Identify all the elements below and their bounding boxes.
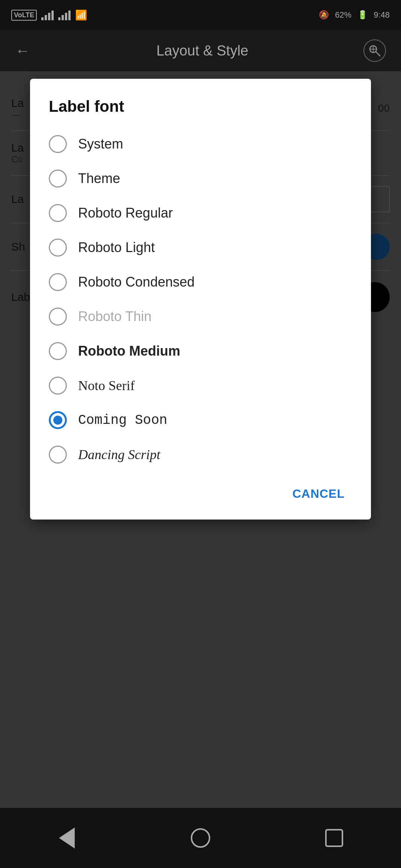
font-label-roboto-regular: Roboto Regular: [78, 205, 173, 221]
font-label-roboto-light: Roboto Light: [78, 240, 155, 255]
cancel-button[interactable]: CANCEL: [285, 483, 352, 505]
home-nav-icon: [191, 828, 210, 848]
signal-bar: [65, 13, 67, 20]
font-options-list: System Theme Roboto Regular Roboto Light…: [49, 127, 352, 472]
font-option-roboto-thin[interactable]: Roboto Thin: [49, 299, 352, 334]
font-option-roboto-condensed[interactable]: Roboto Condensed: [49, 265, 352, 299]
font-label-coming-soon: Coming Soon: [78, 413, 167, 428]
back-button[interactable]: ←: [15, 42, 30, 59]
top-nav: ← Layout & Style: [0, 30, 401, 71]
dialog-title: Label font: [49, 98, 352, 116]
search-icon: [368, 44, 381, 57]
radio-theme[interactable]: [49, 170, 67, 188]
signal-bar: [51, 11, 54, 20]
font-label-roboto-thin: Roboto Thin: [78, 309, 151, 324]
signal-bar: [62, 15, 64, 20]
signal-bar: [58, 17, 60, 20]
font-option-roboto-medium[interactable]: Roboto Medium: [49, 334, 352, 368]
font-label-theme: Theme: [78, 171, 120, 186]
signal-bars-2: [58, 10, 71, 20]
battery-percent: 62%: [335, 10, 351, 20]
font-label-system: System: [78, 136, 123, 152]
signal-bar: [68, 11, 71, 20]
font-option-coming-soon[interactable]: Coming Soon: [49, 403, 352, 437]
font-dialog: Label font System Theme Roboto Regular R…: [30, 79, 371, 520]
font-option-noto-serif[interactable]: Noto Serif: [49, 368, 352, 403]
back-nav-icon: [59, 827, 75, 848]
clock: 9:48: [374, 10, 390, 20]
mute-icon: 🔕: [319, 10, 329, 20]
font-label-roboto-medium: Roboto Medium: [78, 343, 180, 359]
font-label-roboto-condensed: Roboto Condensed: [78, 274, 194, 290]
font-option-system[interactable]: System: [49, 127, 352, 161]
radio-roboto-light[interactable]: [49, 239, 67, 257]
search-button[interactable]: [363, 39, 386, 62]
recent-nav-icon: [325, 829, 343, 847]
signal-bar: [45, 15, 47, 20]
home-nav-button[interactable]: [185, 823, 216, 853]
font-option-dancing-script[interactable]: Dancing Script: [49, 437, 352, 472]
radio-roboto-thin[interactable]: [49, 308, 67, 326]
volte-indicator: VoLTE: [11, 10, 37, 21]
signal-bars-1: [41, 10, 54, 20]
back-nav-button[interactable]: [52, 823, 82, 853]
dialog-footer: CANCEL: [49, 476, 352, 505]
radio-system[interactable]: [49, 135, 67, 153]
bottom-nav: [0, 808, 401, 868]
font-option-theme[interactable]: Theme: [49, 161, 352, 196]
font-option-roboto-light[interactable]: Roboto Light: [49, 230, 352, 265]
radio-roboto-condensed[interactable]: [49, 273, 67, 291]
radio-dancing-script[interactable]: [49, 446, 67, 464]
battery-icon: 🔋: [357, 10, 368, 20]
signal-bar: [48, 13, 50, 20]
font-option-roboto-regular[interactable]: Roboto Regular: [49, 196, 352, 230]
font-label-noto-serif: Noto Serif: [78, 378, 135, 393]
font-label-dancing-script: Dancing Script: [78, 447, 160, 463]
recent-nav-button[interactable]: [319, 823, 349, 853]
radio-roboto-regular[interactable]: [49, 204, 67, 222]
status-bar: VoLTE 📶 🔕 62% 🔋 9:48: [0, 0, 401, 30]
status-left: VoLTE 📶: [11, 9, 87, 21]
wifi-icon: 📶: [75, 9, 87, 21]
status-right: 🔕 62% 🔋 9:48: [319, 10, 390, 20]
svg-line-1: [376, 52, 380, 56]
radio-noto-serif[interactable]: [49, 377, 67, 395]
radio-coming-soon[interactable]: [49, 411, 67, 429]
radio-roboto-medium[interactable]: [49, 342, 67, 360]
signal-bar: [41, 17, 44, 20]
page-title: Layout & Style: [41, 43, 363, 59]
